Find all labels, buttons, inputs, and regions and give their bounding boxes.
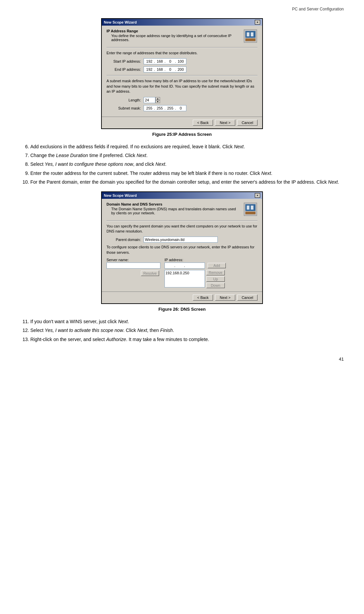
cancel-button-ip[interactable]: Cancel	[237, 120, 257, 126]
start-ip-seg4[interactable]	[176, 59, 185, 64]
dialog-header-row-ip: IP Address Range You define the scope ad…	[107, 29, 257, 44]
section-subtitle-ip: You define the scope address range by id…	[107, 34, 241, 42]
dialog-header-text-ip: IP Address Range You define the scope ad…	[107, 29, 241, 44]
length-input-group: ▲ ▼	[144, 97, 160, 103]
end-ip-input-group[interactable]: . . .	[144, 66, 186, 72]
instructions-part2: If you don't want a WINS server, just cl…	[30, 318, 344, 343]
next-button-dns[interactable]: Next >	[215, 295, 235, 301]
subnet-seg2[interactable]	[155, 105, 164, 111]
add-button-dns[interactable]: Add	[208, 263, 226, 268]
titlebar-buttons-dns: ×	[255, 193, 260, 198]
end-ip-seg2[interactable]	[155, 67, 164, 72]
dns-ip-seg2[interactable]	[176, 263, 184, 268]
ip-address-header: IP address:	[164, 258, 205, 262]
section-title-dns: Domain Name and DNS Servers	[107, 202, 241, 206]
svg-rect-9	[251, 206, 253, 210]
back-button-dns[interactable]: < Back	[193, 295, 213, 301]
end-ip-seg4[interactable]	[176, 67, 185, 72]
length-spinner: ▲ ▼	[155, 97, 160, 103]
dns-ip-list-item: 192.168.0.250	[165, 271, 204, 275]
subnet-desc-ip: A subnet mask defines how many bits of a…	[107, 79, 257, 94]
next-button-ip[interactable]: Next >	[215, 120, 235, 126]
divider2-ip	[107, 75, 257, 76]
cancel-button-dns[interactable]: Cancel	[237, 295, 257, 301]
close-btn-ip[interactable]: ×	[255, 20, 260, 25]
dialog-content-ip: IP Address Range You define the scope ad…	[102, 26, 262, 117]
svg-rect-2	[245, 38, 255, 41]
length-row: Length: ▲ ▼	[107, 97, 257, 103]
dialog-titlebar-dns: New Scope Wizard ×	[102, 192, 262, 199]
parent-desc-dns: You can specify the parent domain you wa…	[107, 224, 257, 234]
instruction-13: Right-click on the server, and select Au…	[30, 336, 344, 343]
dialog-header-row-dns: Domain Name and DNS Servers The Domain N…	[107, 202, 257, 218]
header-title: PC and Server Configuration	[292, 7, 344, 11]
divider1-ip	[107, 47, 257, 48]
subnet-row: Subnet mask: . . .	[107, 105, 257, 111]
dns-input-row: . . Add	[107, 263, 257, 269]
dialog-title-dns: New Scope Wizard	[104, 193, 137, 197]
section-title-ip: IP Address Range	[107, 29, 241, 33]
down-button-dns[interactable]: Down	[206, 283, 225, 288]
dns-server-name-input[interactable]	[107, 263, 160, 269]
dialog-title-ip: New Scope Wizard	[104, 20, 137, 24]
dns-dialog: New Scope Wizard × Domain Name and DNS S…	[101, 191, 263, 304]
instruction-10: For the Parent domain, enter the domain …	[30, 178, 344, 186]
dialog-content-dns: Domain Name and DNS Servers The Domain N…	[102, 199, 262, 292]
dns-ip-section: . .	[164, 263, 205, 269]
length-input[interactable]	[144, 97, 155, 103]
start-ip-seg3[interactable]	[166, 59, 175, 64]
instruction-9: Enter the router address for the current…	[30, 170, 344, 177]
divider1-dns	[107, 220, 257, 221]
titlebar-buttons-ip: ×	[255, 20, 260, 25]
server-name-header: Server name:	[107, 258, 160, 262]
parent-domain-row: Parent domain:	[107, 237, 257, 243]
dialog-header-text-dns: Domain Name and DNS Servers The Domain N…	[107, 202, 241, 218]
svg-rect-4	[251, 32, 253, 36]
dialog-footer-ip: < Back Next > Cancel	[102, 117, 262, 128]
parent-domain-label: Parent domain:	[107, 238, 144, 242]
wizard-icon-ip	[243, 29, 257, 43]
start-ip-row: Start IP address: . . .	[107, 58, 257, 64]
dns-list-buttons: Remove Up Down	[206, 270, 225, 288]
subnet-seg1[interactable]	[145, 105, 154, 111]
dns-list-section: 192.168.0.250	[164, 270, 205, 287]
spinner-up[interactable]: ▲	[155, 97, 160, 100]
subnet-seg4[interactable]	[176, 105, 185, 111]
dns-ip-input-group[interactable]: . .	[164, 263, 205, 269]
start-ip-label: Start IP address:	[107, 59, 144, 63]
dns-ip-seg1[interactable]	[166, 263, 174, 268]
dns-column-headers: Server name: IP address:	[107, 258, 257, 262]
resolve-btn-wrapper: Resolve	[107, 271, 160, 276]
end-ip-row: End IP address: . . .	[107, 66, 257, 72]
up-button-dns[interactable]: Up	[206, 276, 225, 282]
resolve-button[interactable]: Resolve	[141, 271, 159, 276]
close-btn-dns[interactable]: ×	[255, 193, 260, 198]
start-ip-seg1[interactable]	[145, 59, 154, 64]
end-ip-seg1[interactable]	[145, 67, 154, 72]
description-ip: Enter the range of addresses that the sc…	[107, 51, 257, 56]
subnet-input-group[interactable]: . . .	[144, 105, 186, 111]
end-ip-label: End IP address:	[107, 67, 144, 71]
end-ip-seg3[interactable]	[166, 67, 175, 72]
subnet-seg3[interactable]	[166, 105, 175, 111]
start-ip-input-group[interactable]: . . .	[144, 58, 186, 64]
dns-side-buttons: Add	[208, 263, 226, 268]
instruction-8: Select Yes, I want to configure these op…	[30, 160, 344, 168]
dns-ip-list[interactable]: 192.168.0.250	[164, 270, 205, 287]
instruction-6: Add exclusions in the address fields if …	[30, 143, 344, 150]
back-button-ip[interactable]: < Back	[193, 120, 213, 126]
dns-ip-seg3[interactable]	[185, 263, 193, 268]
spinner-down[interactable]: ▼	[155, 100, 160, 103]
instructions-part1: Add exclusions in the address fields if …	[30, 143, 344, 186]
remove-button-dns[interactable]: Remove	[206, 270, 225, 275]
figure25-caption: Figure 25:IP Address Screen	[20, 132, 344, 137]
dialog-footer-dns: < Back Next > Cancel	[102, 291, 262, 303]
page-number: 41	[20, 357, 344, 362]
parent-domain-input[interactable]	[144, 237, 218, 243]
instruction-11: If you don't want a WINS server, just cl…	[30, 318, 344, 325]
server-desc-dns: To configure scope clients to use DNS se…	[107, 245, 257, 255]
page-header: PC and Server Configuration	[20, 7, 344, 11]
figure26-caption: Figure 26: DNS Screen	[20, 307, 344, 312]
dialog-titlebar-ip: New Scope Wizard ×	[102, 19, 262, 26]
start-ip-seg2[interactable]	[155, 59, 164, 64]
